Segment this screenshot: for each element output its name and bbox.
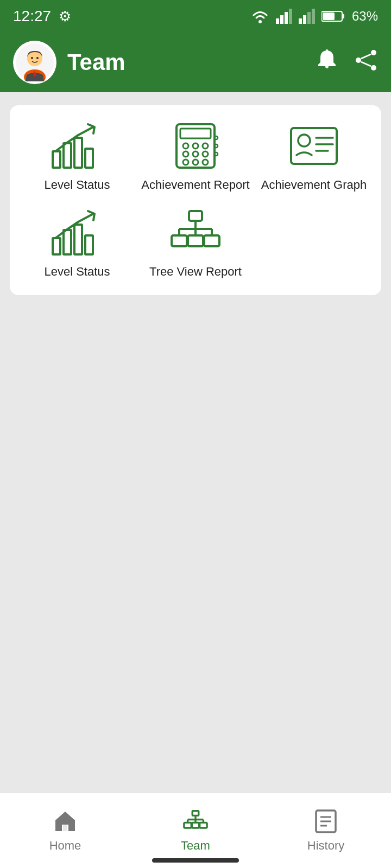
avatar (13, 41, 56, 84)
gear-icon: ⚙ (59, 8, 71, 25)
svg-point-33 (183, 151, 188, 157)
id-card-icon (287, 122, 341, 170)
svg-point-34 (193, 151, 198, 157)
svg-point-41 (215, 152, 218, 156)
battery-percentage: 63% (352, 9, 378, 24)
achievement-report-button[interactable]: Achievement Report (139, 122, 252, 192)
svg-rect-69 (200, 822, 207, 828)
svg-rect-25 (64, 143, 71, 168)
nav-team[interactable]: Team (130, 808, 261, 853)
svg-rect-60 (63, 825, 67, 831)
tree-view-report-button[interactable]: Tree View Report (139, 208, 252, 279)
share-icon (354, 48, 378, 72)
svg-point-19 (371, 50, 376, 55)
svg-point-20 (356, 58, 361, 63)
nav-history-label: History (307, 839, 344, 853)
app-title: Team (67, 49, 125, 75)
svg-point-43 (298, 135, 310, 146)
svg-rect-1 (276, 18, 279, 24)
svg-rect-50 (85, 235, 93, 254)
achievement-graph-button[interactable]: Achievement Graph (257, 122, 370, 192)
signal-icon-2 (299, 9, 315, 24)
battery-icon (321, 10, 345, 23)
svg-rect-58 (188, 235, 203, 246)
svg-rect-5 (299, 18, 302, 24)
app-bar: Team (0, 33, 391, 92)
svg-point-30 (183, 143, 188, 149)
svg-rect-68 (192, 822, 199, 828)
level-status-2-button[interactable]: Level Status (21, 208, 134, 279)
svg-point-16 (31, 57, 33, 59)
svg-rect-48 (64, 230, 71, 254)
nav-history[interactable]: History (261, 808, 391, 853)
svg-rect-51 (189, 211, 202, 221)
bottom-nav: Home Team History (0, 792, 391, 868)
status-bar-right: 63% (251, 9, 378, 24)
svg-point-38 (203, 159, 208, 165)
svg-rect-26 (74, 138, 82, 168)
history-icon (313, 808, 339, 834)
svg-rect-7 (307, 12, 311, 24)
svg-point-17 (36, 57, 39, 59)
svg-point-35 (203, 151, 208, 157)
svg-rect-47 (53, 238, 60, 254)
svg-rect-42 (291, 128, 337, 164)
empty-cell (257, 208, 370, 279)
svg-rect-2 (280, 15, 283, 24)
svg-line-22 (361, 54, 371, 59)
home-indicator (152, 858, 239, 863)
svg-rect-4 (289, 9, 292, 24)
svg-point-21 (371, 65, 376, 71)
bell-icon (315, 48, 339, 72)
level-status-2-label: Level Status (44, 265, 110, 279)
main-content: Level Status (0, 92, 391, 308)
svg-point-40 (215, 144, 218, 148)
svg-rect-3 (285, 12, 288, 24)
svg-rect-18 (326, 49, 328, 52)
svg-rect-8 (312, 9, 315, 24)
svg-rect-6 (303, 15, 306, 24)
svg-rect-27 (85, 149, 93, 168)
nav-home[interactable]: Home (0, 808, 130, 853)
achievement-graph-label: Achievement Graph (261, 178, 367, 192)
nav-home-label: Home (49, 839, 81, 853)
svg-rect-24 (53, 151, 60, 168)
svg-rect-67 (184, 822, 191, 828)
svg-rect-49 (74, 225, 82, 254)
svg-point-36 (183, 159, 188, 165)
menu-grid: Level Status (10, 105, 381, 295)
svg-rect-29 (180, 129, 211, 138)
signal-icon (276, 9, 292, 24)
svg-line-23 (361, 62, 371, 66)
app-bar-left: Team (13, 41, 125, 84)
svg-rect-59 (204, 235, 219, 246)
svg-point-0 (258, 20, 262, 23)
svg-rect-57 (172, 235, 187, 246)
avatar-image (16, 43, 54, 81)
status-bar: 12:27 ⚙ 63% (0, 0, 391, 33)
share-button[interactable] (354, 48, 378, 77)
svg-point-39 (215, 136, 218, 139)
tree-view-report-label: Tree View Report (149, 265, 242, 279)
achievement-report-label: Achievement Report (141, 178, 249, 192)
status-time: 12:27 (13, 8, 51, 25)
svg-point-37 (193, 159, 198, 165)
team-nav-icon (182, 808, 209, 834)
status-bar-left: 12:27 ⚙ (13, 8, 71, 25)
home-icon (52, 808, 78, 834)
svg-point-31 (193, 143, 198, 149)
notification-button[interactable] (315, 48, 339, 77)
level-status-1-button[interactable]: Level Status (21, 122, 134, 192)
chart-up-icon-2 (50, 208, 104, 257)
svg-rect-61 (192, 810, 199, 815)
svg-rect-11 (323, 12, 335, 20)
chart-up-icon-1 (50, 122, 104, 170)
level-status-1-label: Level Status (44, 178, 110, 192)
calculator-icon (168, 122, 223, 170)
svg-point-32 (203, 143, 208, 149)
nav-team-label: Team (181, 839, 210, 853)
wifi-icon (251, 9, 269, 24)
tree-icon (168, 208, 223, 257)
svg-rect-10 (342, 14, 344, 18)
app-bar-actions (315, 48, 378, 77)
